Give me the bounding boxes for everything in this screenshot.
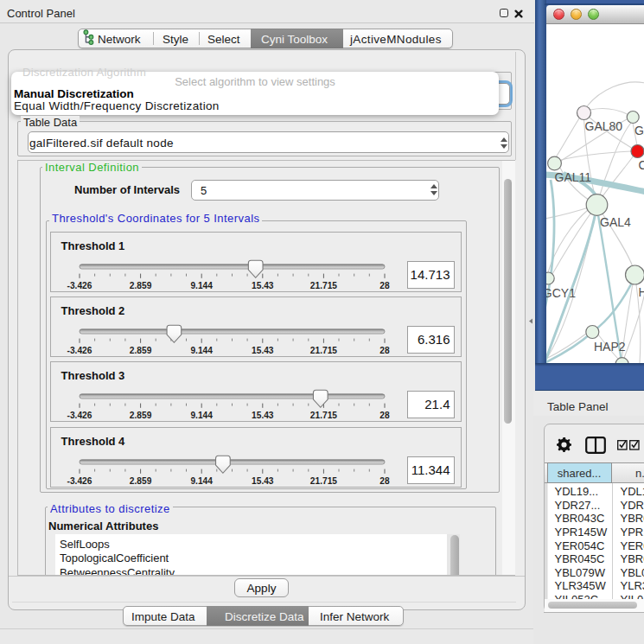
svg-text:-3.426: -3.426 (67, 346, 92, 355)
svg-text:H: H (638, 285, 644, 299)
svg-text:HAP2: HAP2 (594, 340, 626, 354)
svg-text:2.859: 2.859 (129, 346, 151, 355)
svg-text:GAL: GAL (634, 124, 644, 137)
svg-text:2.859: 2.859 (129, 411, 151, 420)
svg-text:GCY1: GCY1 (546, 286, 576, 300)
svg-text:28: 28 (379, 475, 390, 485)
svg-text:28: 28 (379, 346, 390, 355)
svg-text:21.715: 21.715 (309, 475, 336, 485)
svg-text:15.43: 15.43 (252, 411, 274, 420)
svg-text:28: 28 (379, 411, 390, 420)
svg-text:28: 28 (379, 281, 390, 290)
svg-text:GAL4: GAL4 (600, 215, 631, 229)
svg-text:GAL11: GAL11 (554, 170, 591, 184)
svg-text:-3.426: -3.426 (67, 475, 92, 485)
svg-text:21.715: 21.715 (309, 411, 336, 420)
svg-text:C: C (638, 158, 644, 172)
svg-text:15.43: 15.43 (252, 346, 274, 355)
svg-text:15.43: 15.43 (252, 281, 274, 290)
svg-text:GAL80: GAL80 (584, 119, 622, 133)
svg-text:9.144: 9.144 (190, 411, 213, 420)
svg-text:9.144: 9.144 (190, 281, 213, 290)
svg-text:9.144: 9.144 (190, 346, 213, 355)
svg-text:21.715: 21.715 (309, 281, 336, 290)
svg-text:-3.426: -3.426 (67, 281, 92, 290)
svg-text:9.144: 9.144 (190, 475, 213, 485)
svg-text:2.859: 2.859 (129, 281, 151, 290)
svg-text:21.715: 21.715 (309, 346, 336, 355)
svg-text:15.43: 15.43 (252, 475, 274, 485)
svg-text:-3.426: -3.426 (67, 411, 92, 420)
svg-text:2.859: 2.859 (129, 475, 151, 485)
